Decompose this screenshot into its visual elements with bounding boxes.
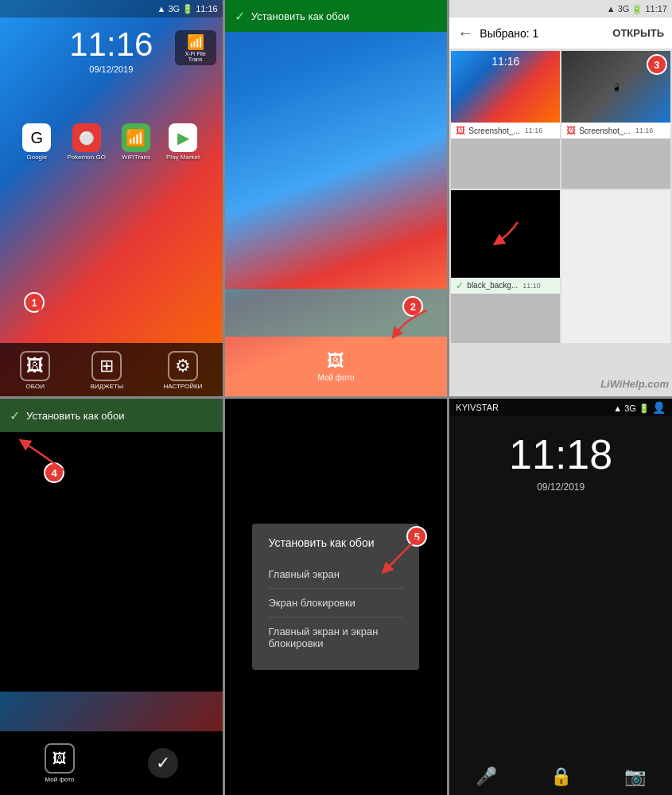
my-photo-action-label: Мой фото [45,776,75,783]
google-label: Google [26,154,47,161]
step-3-circle: 3 [647,54,667,75]
battery-icon: 🔋 [182,4,193,14]
my-photo-icon: 🖼 [327,351,344,372]
google-icon: G [22,123,51,152]
wifi-label: X-Fi File Trans [180,51,212,62]
lock-icon: 🔒 [550,766,572,787]
main-grid: ▲ 3G 🔋 11:16 11:16 09/12/2019 📶 X-Fi Fil… [0,0,672,795]
lockscreen-bottom-icons: 🎤 🔒 📷 [449,766,672,787]
lockscreen-date: 09/12/2019 [449,481,672,493]
pokemongo-app-icon[interactable]: ⚪ Pokemon GO [67,123,105,161]
wifi-app-label: WiFiTrans [122,154,150,161]
signal-text: 3G [168,4,180,14]
gallery-grid: 11:16 🖼 Screenshot_... 11:16 📱 🖼 Screens… [449,49,672,396]
gallery-action-bar: ← Выбрано: 1 ОТКРЫТЬ [449,18,672,49]
lockscreen-status-bar: KYIVSTAR ▲ 3G 🔋 👤 [449,399,672,416]
dialog-option-both[interactable]: Главный экран и экран блокировки [268,618,403,657]
thumb-info-3: ✓ black_backg... 11:10 [451,278,560,294]
my-photo-action[interactable]: 🖼 Мой фото [45,743,75,783]
settings-dock-icon: ⚙ [168,351,198,381]
time-text: 11:16 [196,4,218,14]
wifi-app-icon-img: 📶 [122,123,150,152]
black-confirm-bar: ✓ Установить как обои [0,399,223,432]
thumb-name-3: black_backg... [467,281,518,290]
wallpaper-dock-icon: 🖼 [20,351,50,381]
checkmark-icon: ✓ [235,9,245,24]
cell-home-screen: ▲ 3G 🔋 11:16 11:16 09/12/2019 📶 X-Fi Fil… [0,0,223,396]
screenshot-thumb-1: 11:16 [451,51,560,123]
lockscreen-time: 11:18 [449,431,672,478]
dock-bar: 🖼 ОБОИ ⊞ ВИДЖЕТЫ ⚙ НАСТРОЙКИ [0,343,223,396]
app-grid: G Google ⚪ Pokemon GO 📶 WiFiTrans ▶ Play… [0,123,223,161]
pokemongo-label: Pokemon GO [67,154,105,161]
status-bar-3: ▲ 3G 🔋 11:17 [449,0,672,18]
cell-gallery: ▲ 3G 🔋 11:17 ← Выбрано: 1 ОТКРЫТЬ 11:16 … [449,0,672,396]
my-photo-label: Мой фото [318,373,355,382]
thumb-time-3: 11:10 [522,282,541,290]
signal-icon: ▲ [157,4,166,14]
black-confirm-text: Установить как обои [26,410,125,422]
pokeball-icon: ⚪ [72,123,101,152]
playstore-label: Play Market [166,154,200,161]
gallery-thumb-2[interactable]: 📱 🖼 Screenshot_... 11:16 3 [561,51,670,189]
step-1-arrow [17,302,65,342]
time-3: 11:17 [645,4,667,14]
thumb-info-2: 🖼 Screenshot_... 11:16 [561,123,670,138]
wifi-widget: 📶 X-Fi File Trans [175,30,216,65]
arrow-to-black [490,218,522,250]
wifi-icon: 📶 [180,33,212,51]
playstore-icon-img: ▶ [169,123,197,152]
camera-icon: 📷 [624,766,646,787]
step-5-arrow [374,530,429,578]
lockscreen-status-icons: ▲ 3G 🔋 👤 [613,401,666,414]
status-bar-1: ▲ 3G 🔋 11:16 [0,0,223,18]
user-icon: 👤 [652,401,666,414]
gallery-thumb-3[interactable]: ✓ black_backg... 11:10 [451,190,560,344]
thumb-time-2: 11:16 [635,127,654,134]
step-4-arrow [16,435,80,474]
confirm-check-icon: ✓ [10,408,20,423]
confirm-check-btn: ✓ [148,748,178,778]
signal-text-3: 3G [618,4,630,14]
carrier-name: KYIVSTAR [456,403,499,412]
step-2-arrow [383,302,439,342]
confirm-bar: ✓ Установить как обои [225,0,448,32]
confirm-action[interactable]: ✓ [148,748,178,778]
preview-strip-4 [0,692,223,731]
dock: 🖼 ОБОИ ⊞ ВИДЖЕТЫ ⚙ НАСТРОЙКИ [0,351,223,390]
open-button[interactable]: ОТКРЫТЬ [612,27,664,39]
cell-lockscreen: KYIVSTAR ▲ 3G 🔋 👤 11:18 09/12/2019 🎤 🔒 📷 [449,399,672,795]
google-app-icon[interactable]: G Google [22,123,51,161]
cell-wallpaper-picker: ✓ Установить как обои 🖼 Мой фото 2 [225,0,448,396]
lockscreen-signal: 3G [624,403,636,413]
my-photo-picker[interactable]: 🖼 Мой фото [225,337,448,396]
selected-count: Выбрано: 1 [480,27,606,40]
playstore-app-icon[interactable]: ▶ Play Market [166,123,200,161]
wifi-app-icon[interactable]: 📶 WiFiTrans [122,123,150,161]
status-icons-3: ▲ 3G 🔋 11:17 [607,4,667,14]
thumb-name-2: Screenshot_... [579,127,630,135]
gallery-thumb-4 [561,190,670,344]
dock-wallpaper[interactable]: 🖼 ОБОИ [20,351,50,390]
clock-date: 09/12/2019 [0,64,223,74]
lockscreen-clock: 11:18 09/12/2019 [449,431,672,493]
watermark: LiWiHelp.com [600,378,669,390]
signal-3: ▲ [607,4,618,14]
mic-icon: 🎤 [476,766,497,787]
widgets-dock-icon: ⊞ [91,351,122,381]
gallery-thumb-1[interactable]: 11:16 🖼 Screenshot_... 11:16 [451,51,560,189]
wallpaper-dock-label: ОБОИ [26,383,45,390]
mini-clock-1: 11:16 [451,55,560,68]
my-photo-action-icon: 🖼 [45,743,75,774]
bottom-actions-4: 🖼 Мой фото ✓ [0,731,223,795]
mini-screen-1: 11:16 [451,51,560,189]
thumb-file-icon-2: 🖼 [566,125,576,136]
back-button[interactable]: ← [457,24,473,42]
widgets-dock-label: ВИДЖЕТЫ [91,383,123,390]
dock-settings[interactable]: ⚙ НАСТРОЙКИ [163,351,202,390]
settings-dock-label: НАСТРОЙКИ [163,383,202,390]
dialog-option-lock[interactable]: Экран блокировки [268,589,403,618]
mini-icons-2: 📱 [612,83,621,92]
cell-dialog: Установить как обои Главный экран Экран … [225,399,448,795]
dock-widgets[interactable]: ⊞ ВИДЖЕТЫ [91,351,123,390]
